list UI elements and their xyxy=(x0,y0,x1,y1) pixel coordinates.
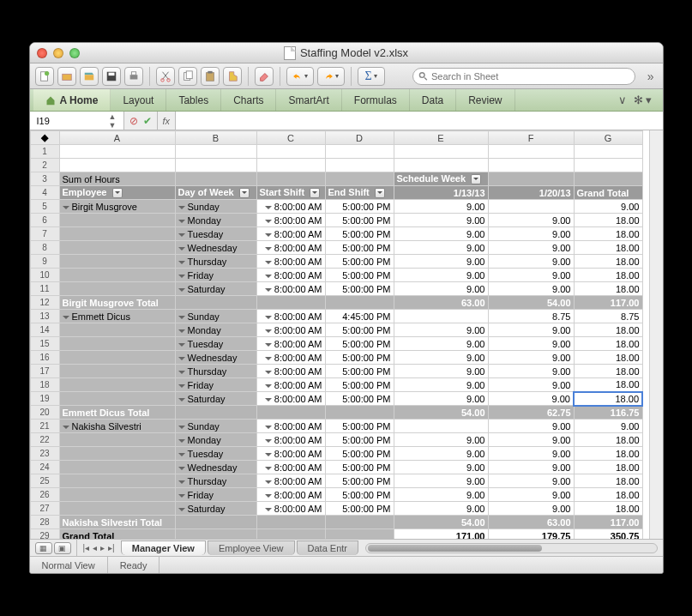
view-normal-button[interactable]: ▦ xyxy=(35,542,52,554)
row-header[interactable]: 18 xyxy=(30,378,59,392)
collapse-icon[interactable] xyxy=(265,261,272,268)
cell[interactable] xyxy=(59,145,175,159)
day-cell[interactable]: Thursday xyxy=(175,255,256,269)
val1-cell[interactable]: 9.00 xyxy=(394,461,488,474)
val2-cell[interactable]: 9.00 xyxy=(488,461,574,474)
minimize-button[interactable] xyxy=(53,48,63,58)
cancel-formula-icon[interactable]: ⊘ xyxy=(129,115,138,127)
collapse-icon[interactable] xyxy=(63,206,69,213)
row-header[interactable]: 9 xyxy=(30,255,59,269)
gt-cell[interactable]: 18.00 xyxy=(574,214,642,227)
cell[interactable] xyxy=(325,145,394,159)
cell[interactable] xyxy=(394,145,488,159)
cell[interactable] xyxy=(59,159,175,172)
maximize-button[interactable] xyxy=(69,48,80,58)
employee-header[interactable]: Employee xyxy=(59,186,175,200)
row-header[interactable]: 10 xyxy=(30,269,59,282)
start-cell[interactable]: 8:00:00 AM xyxy=(256,447,325,461)
sheet-next[interactable]: ▸ xyxy=(99,543,105,553)
sheet-tab-data-entry[interactable]: Data Entr xyxy=(297,541,358,555)
val1-cell[interactable]: 9.00 xyxy=(394,337,488,351)
collapse-icon[interactable] xyxy=(265,357,272,364)
end-cell[interactable]: 5:00:00 PM xyxy=(325,227,394,241)
gt-cell[interactable]: 18.00 xyxy=(574,392,642,406)
val1-cell[interactable]: 9.00 xyxy=(394,200,488,214)
gt-cell[interactable]: 18.00 xyxy=(574,474,642,488)
start-cell[interactable]: 8:00:00 AM xyxy=(256,433,325,447)
row-header[interactable]: 2 xyxy=(30,159,59,172)
ribbon-tab-formulas[interactable]: Formulas xyxy=(342,89,410,111)
row-header[interactable]: 25 xyxy=(30,474,59,488)
collapse-icon[interactable] xyxy=(265,316,272,323)
gt-cell[interactable]: 18.00 xyxy=(574,282,642,296)
start-cell[interactable]: 8:00:00 AM xyxy=(256,365,325,378)
row-header[interactable]: 15 xyxy=(30,337,59,351)
ribbon-tab-data[interactable]: Data xyxy=(410,89,456,111)
val1-cell[interactable]: 9.00 xyxy=(394,433,488,447)
collapse-icon[interactable] xyxy=(265,329,272,336)
end-cell[interactable]: 5:00:00 PM xyxy=(325,255,394,269)
schedule-week-header[interactable]: Schedule Week xyxy=(394,172,488,186)
gt-cell[interactable]: 18.00 xyxy=(574,227,642,241)
collapse-icon[interactable] xyxy=(178,247,185,254)
gt-cell[interactable]: 18.00 xyxy=(574,323,642,337)
day-cell[interactable]: Saturday xyxy=(175,282,256,296)
collapse-icon[interactable] xyxy=(265,275,272,281)
view-layout-button[interactable]: ▣ xyxy=(54,542,71,554)
sheet-tab-employee-view[interactable]: Employee View xyxy=(208,541,295,555)
val1-cell[interactable] xyxy=(394,420,488,433)
start-header[interactable]: Start Shift xyxy=(256,186,325,200)
spreadsheet-grid[interactable]: ◆ABCDEFG123 Sum of Hours Schedule Week 4… xyxy=(30,130,649,539)
new-button[interactable] xyxy=(35,67,54,86)
clear-button[interactable] xyxy=(255,67,274,86)
name-box[interactable]: I19 ▲▼ xyxy=(30,112,124,130)
end-cell[interactable]: 5:00:00 PM xyxy=(325,433,394,447)
row-header[interactable]: 7 xyxy=(30,227,59,241)
col-header-D[interactable]: D xyxy=(325,131,394,145)
gt-cell[interactable]: 18.00 xyxy=(574,269,642,282)
start-cell[interactable]: 8:00:00 AM xyxy=(256,392,325,406)
col-header-E[interactable]: E xyxy=(394,131,488,145)
employee-name[interactable]: Emmett Dicus xyxy=(59,310,175,323)
val2-cell[interactable]: 9.00 xyxy=(488,392,574,406)
val2-cell[interactable]: 9.00 xyxy=(488,447,574,461)
gt-cell[interactable]: 18.00 xyxy=(574,488,642,502)
end-cell[interactable]: 5:00:00 PM xyxy=(325,200,394,214)
val2-cell[interactable]: 9.00 xyxy=(488,282,574,296)
day-cell[interactable]: Tuesday xyxy=(175,337,256,351)
cell[interactable] xyxy=(394,159,488,172)
row-header[interactable]: 19 xyxy=(30,392,59,406)
start-cell[interactable]: 8:00:00 AM xyxy=(256,310,325,323)
start-cell[interactable]: 8:00:00 AM xyxy=(256,474,325,488)
collapse-icon[interactable] xyxy=(265,343,272,350)
filter-icon[interactable] xyxy=(375,188,385,198)
ribbon-tab-tables[interactable]: Tables xyxy=(166,89,221,111)
search-box[interactable] xyxy=(412,68,635,85)
collapse-icon[interactable] xyxy=(178,494,185,501)
start-cell[interactable]: 8:00:00 AM xyxy=(256,200,325,214)
collapse-icon[interactable] xyxy=(265,480,272,487)
collapse-icon[interactable] xyxy=(178,343,185,350)
cell[interactable] xyxy=(256,145,325,159)
collapse-icon[interactable] xyxy=(265,384,272,391)
val2-cell[interactable]: 9.00 xyxy=(488,323,574,337)
collapse-icon[interactable] xyxy=(178,439,185,446)
history-button[interactable] xyxy=(80,67,99,86)
start-cell[interactable]: 8:00:00 AM xyxy=(256,337,325,351)
start-cell[interactable]: 8:00:00 AM xyxy=(256,351,325,365)
search-input[interactable] xyxy=(431,71,629,82)
cell[interactable] xyxy=(175,145,256,159)
val1-cell[interactable]: 9.00 xyxy=(394,502,488,516)
val1-cell[interactable]: 9.00 xyxy=(394,282,488,296)
val1-cell[interactable]: 9.00 xyxy=(394,323,488,337)
val2-cell[interactable]: 9.00 xyxy=(488,488,574,502)
val1-cell[interactable]: 9.00 xyxy=(394,392,488,406)
row-header[interactable]: 1 xyxy=(30,145,59,159)
date1-header[interactable]: 1/13/13 xyxy=(394,186,488,200)
row-header[interactable]: 11 xyxy=(30,282,59,296)
row-header[interactable]: 6 xyxy=(30,214,59,227)
end-cell[interactable]: 5:00:00 PM xyxy=(325,241,394,255)
row-header[interactable]: 17 xyxy=(30,365,59,378)
val2-cell[interactable]: 9.00 xyxy=(488,365,574,378)
gt-cell[interactable]: 18.00 xyxy=(574,365,642,378)
